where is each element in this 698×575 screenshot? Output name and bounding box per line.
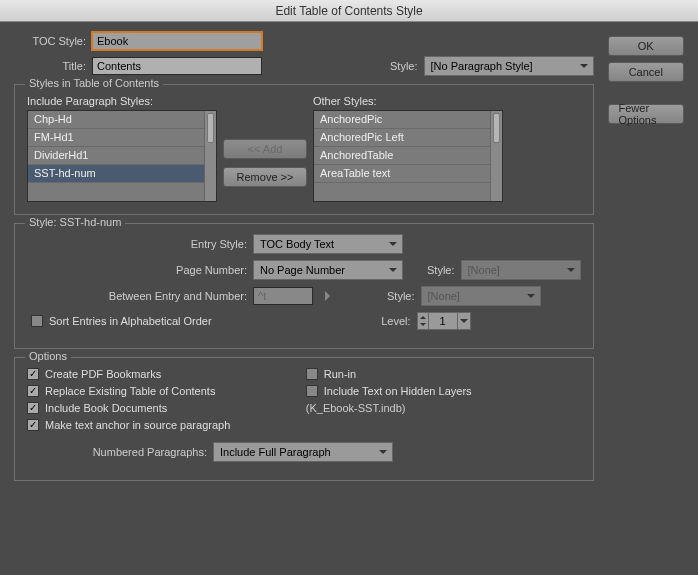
anchor-checkbox[interactable]: ✓ <box>27 419 39 431</box>
include-styles-label: Include Paragraph Styles: <box>27 95 217 107</box>
other-styles-list[interactable]: AnchoredPic AnchoredPic Left AnchoredTab… <box>313 110 503 202</box>
page-number-label: Page Number: <box>27 264 247 276</box>
list-item[interactable]: AnchoredPic Left <box>314 129 502 147</box>
cancel-button[interactable]: Cancel <box>608 62 684 82</box>
include-book-checkbox[interactable]: ✓ <box>27 402 39 414</box>
anchor-label: Make text anchor in source paragraph <box>45 419 230 431</box>
runin-checkbox[interactable] <box>306 368 318 380</box>
between-style-select: [None] <box>421 286 541 306</box>
entry-style-label: Entry Style: <box>27 238 247 250</box>
level-stepper[interactable]: 1 <box>417 312 471 330</box>
fewer-options-button[interactable]: Fewer Options <box>608 104 684 124</box>
replace-label: Replace Existing Table of Contents <box>45 385 215 397</box>
list-item[interactable]: Chp-Hd <box>28 111 216 129</box>
between-label: Between Entry and Number: <box>27 290 247 302</box>
pn-style-label: Style: <box>427 264 455 276</box>
styles-legend: Styles in Table of Contents <box>25 77 163 89</box>
toc-style-label: TOC Style: <box>14 35 86 47</box>
options-fieldset: Options ✓Create PDF Bookmarks ✓Replace E… <box>14 357 594 481</box>
replace-checkbox[interactable]: ✓ <box>27 385 39 397</box>
scroll-thumb[interactable] <box>493 113 500 143</box>
list-item[interactable]: FM-Hd1 <box>28 129 216 147</box>
stepper-down-icon[interactable] <box>418 321 428 329</box>
style-detail-fieldset: Style: SST-hd-num Entry Style: TOC Body … <box>14 223 594 349</box>
chevron-down-icon[interactable] <box>457 312 471 330</box>
remove-button[interactable]: Remove >> <box>223 167 307 187</box>
include-book-label: Include Book Documents <box>45 402 167 414</box>
para-style-select[interactable]: [No Paragraph Style] <box>424 56 594 76</box>
bookmarks-checkbox[interactable]: ✓ <box>27 368 39 380</box>
level-label: Level: <box>381 315 410 327</box>
window-title: Edit Table of Contents Style <box>275 4 422 18</box>
list-item[interactable]: SST-hd-num <box>28 165 216 183</box>
scroll-thumb[interactable] <box>207 113 214 143</box>
sort-checkbox[interactable] <box>31 315 43 327</box>
between-input <box>253 287 313 305</box>
options-legend: Options <box>25 350 71 362</box>
styles-fieldset: Styles in Table of Contents Include Para… <box>14 84 594 215</box>
page-number-select[interactable]: No Page Number <box>253 260 403 280</box>
between-style-label: Style: <box>387 290 415 302</box>
between-style-value: [None] <box>428 290 460 302</box>
sort-label: Sort Entries in Alphabetical Order <box>49 315 212 327</box>
title-label: Title: <box>14 60 86 72</box>
page-number-value: No Page Number <box>260 264 345 276</box>
para-style-value: [No Paragraph Style] <box>431 60 533 72</box>
scrollbar[interactable] <box>204 111 216 201</box>
chevron-down-icon <box>564 263 578 277</box>
detail-legend: Style: SST-hd-num <box>25 216 125 228</box>
title-input[interactable] <box>92 57 262 75</box>
list-item[interactable]: AnchoredTable <box>314 147 502 165</box>
entry-style-value: TOC Body Text <box>260 238 334 250</box>
level-value[interactable]: 1 <box>429 312 457 330</box>
stepper-up-icon[interactable] <box>418 313 428 321</box>
other-styles-label: Other Styles: <box>313 95 503 107</box>
pn-style-select: [None] <box>461 260 581 280</box>
numbered-label: Numbered Paragraphs: <box>27 446 207 458</box>
para-style-label: Style: <box>390 60 418 72</box>
book-note: (K_Ebook-SST.indb) <box>306 402 581 414</box>
entry-style-select[interactable]: TOC Body Text <box>253 234 403 254</box>
hidden-label: Include Text on Hidden Layers <box>324 385 472 397</box>
ok-button[interactable]: OK <box>608 36 684 56</box>
toc-style-input[interactable] <box>92 32 262 50</box>
numbered-value: Include Full Paragraph <box>220 446 331 458</box>
numbered-select[interactable]: Include Full Paragraph <box>213 442 393 462</box>
pn-style-value: [None] <box>468 264 500 276</box>
list-item[interactable]: AnchoredPic <box>314 111 502 129</box>
add-button[interactable]: << Add <box>223 139 307 159</box>
flyout-icon[interactable] <box>325 291 335 301</box>
chevron-down-icon <box>386 237 400 251</box>
scrollbar[interactable] <box>490 111 502 201</box>
chevron-down-icon <box>386 263 400 277</box>
hidden-checkbox[interactable] <box>306 385 318 397</box>
chevron-down-icon <box>376 445 390 459</box>
include-styles-list[interactable]: Chp-Hd FM-Hd1 DividerHd1 SST-hd-num <box>27 110 217 202</box>
chevron-down-icon <box>524 289 538 303</box>
bookmarks-label: Create PDF Bookmarks <box>45 368 161 380</box>
window-titlebar: Edit Table of Contents Style <box>0 0 698 22</box>
runin-label: Run-in <box>324 368 356 380</box>
chevron-down-icon <box>577 59 591 73</box>
list-item[interactable]: DividerHd1 <box>28 147 216 165</box>
list-item[interactable]: AreaTable text <box>314 165 502 183</box>
